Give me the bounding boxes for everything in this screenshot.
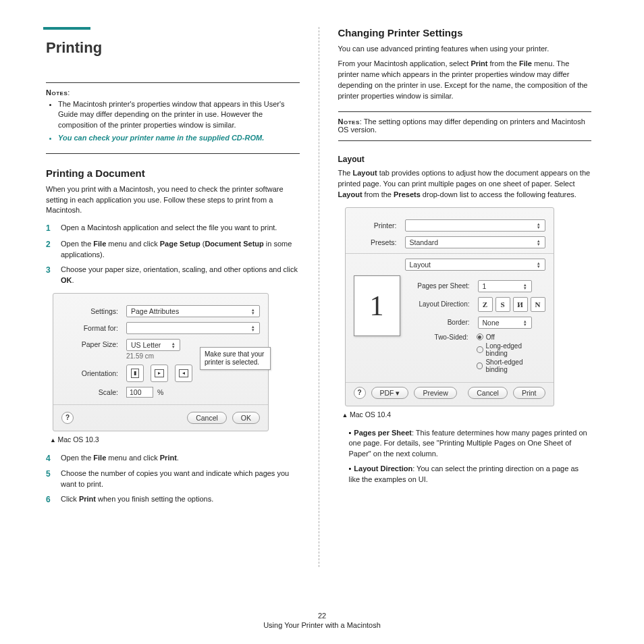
steps-list-b: 4 Open the File menu and click Print. 5 …: [46, 453, 300, 506]
orientation-landscape-left-button[interactable]: ▸: [151, 365, 168, 382]
chevron-updown-icon: ▴▾: [249, 324, 257, 332]
body-text: From your Macintosh application, select …: [338, 59, 592, 102]
chevron-updown-icon: ▴▾: [169, 341, 178, 349]
printer-select[interactable]: ▴▾: [405, 219, 545, 232]
callout-printer-selected: Make sure that your printer is selected.: [200, 347, 271, 370]
paper-size-label: Paper Size:: [61, 339, 122, 348]
direction-u-button[interactable]: И: [513, 297, 528, 312]
orientation-portrait-button[interactable]: ▮: [126, 365, 144, 382]
bullet-item: Pages per Sheet: This feature determines…: [349, 428, 592, 460]
print-button[interactable]: Print: [513, 387, 545, 399]
notes-box: Notes: The Macintosh printer's propertie…: [46, 82, 300, 154]
step-item: 5 Choose the number of copies you want a…: [46, 468, 300, 490]
section-heading: Changing Printer Settings: [338, 27, 592, 38]
notes-label: Notes: [338, 117, 360, 126]
body-text: The Layout tab provides options to adjus…: [338, 168, 592, 200]
scale-unit: %: [157, 388, 163, 396]
two-sided-off-radio[interactable]: [477, 333, 483, 340]
notes-item: The Macintosh printer's properties windo…: [58, 99, 300, 130]
format-for-label: Format for:: [61, 324, 122, 332]
orientation-label: Orientation:: [61, 369, 122, 377]
border-select[interactable]: None▴▾: [478, 317, 532, 329]
section-intro: When you print with a Macintosh, you nee…: [46, 184, 300, 217]
steps-list-a: 1 Open a Macintosh application and selec…: [46, 223, 300, 286]
cancel-button[interactable]: Cancel: [468, 387, 508, 399]
ok-button[interactable]: OK: [232, 412, 260, 424]
chevron-updown-icon: ▴▾: [521, 282, 529, 290]
orientation-landscape-right-button[interactable]: ◂: [175, 365, 192, 382]
presets-label: Presets:: [354, 238, 401, 246]
step-item: 2 Open the File menu and click Page Setu…: [46, 239, 300, 261]
step-item: 4 Open the File menu and click Print.: [46, 453, 300, 464]
cancel-button[interactable]: Cancel: [187, 412, 227, 424]
left-column: Printing Notes: The Macintosh printer's …: [27, 27, 319, 567]
step-item: 3 Choose your paper size, orientation, s…: [46, 265, 300, 286]
two-sided-short-radio[interactable]: [477, 363, 483, 369]
scale-input[interactable]: 100: [126, 387, 153, 398]
dialog-caption: Mac OS 10.3: [50, 435, 300, 444]
page-preview: 1: [354, 275, 400, 336]
settings-select[interactable]: Page Attributes▴▾: [126, 305, 260, 317]
printer-label: Printer:: [354, 221, 401, 230]
presets-select[interactable]: Standard▴▾: [405, 236, 545, 248]
border-label: Border:: [410, 319, 474, 326]
title-rule: [43, 27, 90, 30]
scale-label: Scale:: [61, 388, 122, 396]
layout-direction-label: Layout Direction:: [410, 300, 474, 308]
chevron-updown-icon: ▴▾: [521, 319, 529, 327]
notes-box: Notes: The setting options may differ de…: [338, 111, 592, 141]
two-sided-label: Two-Sided:: [410, 333, 473, 341]
two-sided-long-radio[interactable]: [477, 346, 483, 353]
help-button[interactable]: ?: [61, 412, 74, 424]
pages-per-sheet-label: Pages per Sheet:: [410, 282, 474, 290]
preview-button[interactable]: Preview: [414, 387, 456, 399]
settings-label: Settings:: [61, 307, 122, 315]
chevron-updown-icon: ▴▾: [535, 261, 543, 269]
direction-n-button[interactable]: N: [531, 297, 545, 312]
pdf-button[interactable]: PDF ▾: [371, 387, 409, 399]
layout-bullets: Pages per Sheet: This feature determines…: [349, 428, 592, 486]
page-number: 22: [0, 612, 644, 620]
subsection-heading: Layout: [338, 155, 592, 164]
page-title: Printing: [46, 39, 300, 57]
notes-label: Notes: [46, 88, 68, 97]
help-button[interactable]: ?: [354, 387, 366, 399]
chevron-updown-icon: ▴▾: [249, 307, 257, 315]
bullet-item: Layout Direction: You can select the pri…: [349, 464, 592, 485]
chevron-updown-icon: ▴▾: [535, 238, 543, 246]
paper-dim: 21.59 cm: [126, 352, 180, 360]
right-column: Changing Printer Settings You can use ad…: [319, 27, 611, 567]
step-item: 1 Open a Macintosh application and selec…: [46, 223, 300, 234]
page-footer: 22 Using Your Printer with a Macintosh: [0, 612, 644, 629]
notes-item-highlight: You can check your printer name in the s…: [58, 133, 300, 143]
step-item: 6 Click Print when you finish setting th…: [46, 494, 300, 506]
dialog-caption: Mac OS 10.4: [342, 410, 592, 419]
panel-select[interactable]: Layout▴▾: [405, 259, 545, 271]
section-heading: Printing a Document: [46, 167, 300, 179]
chevron-updown-icon: ▴▾: [535, 221, 543, 230]
direction-s-button[interactable]: S: [495, 297, 510, 312]
direction-z-button[interactable]: Z: [478, 297, 493, 312]
body-text: You can use advanced printing features w…: [338, 44, 592, 55]
paper-size-select[interactable]: US Letter▴▾: [126, 339, 180, 351]
pages-per-sheet-select[interactable]: 1▴▾: [478, 280, 532, 292]
print-layout-dialog: Printer: ▴▾ Presets: Standard▴▾ Layout▴▾…: [345, 207, 554, 406]
page-setup-dialog-wrap: Settings: Page Attributes▴▾ Format for: …: [46, 293, 300, 431]
format-for-select[interactable]: ▴▾: [126, 322, 260, 334]
footer-text: Using Your Printer with a Macintosh: [0, 621, 644, 629]
